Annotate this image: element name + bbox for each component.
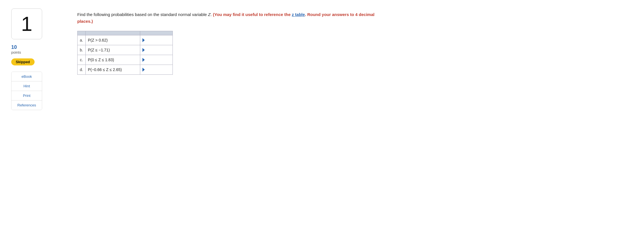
table-row: c. P(0 ≤ Z ≤ 1.83) [78,55,173,65]
row-b-letter: b. [78,45,86,55]
row-d-input[interactable] [146,67,170,72]
table-row: a. P(Z > 0.62) [78,35,173,45]
row-c-letter: c. [78,55,86,65]
triangle-marker-b [142,48,145,52]
table-header-row [78,31,173,35]
row-a-letter: a. [78,35,86,45]
header-col1 [78,31,86,35]
row-d-expression: P(−0.66 ≤ Z ≤ 2.65) [85,65,140,75]
main-content: Find the following probabilities based o… [63,8,461,110]
left-panel: 1 10 points Skipped eBook Hint Print Ref… [11,8,63,110]
row-a-input[interactable] [146,37,170,43]
references-link[interactable]: References [12,101,42,110]
header-col3 [140,31,173,35]
triangle-marker-a [142,38,145,42]
row-a-expression: P(Z > 0.62) [85,35,140,45]
row-b-input[interactable] [146,47,170,53]
row-d-letter: d. [78,65,86,75]
row-a-input-cell [140,35,173,45]
points-label: points [11,50,21,54]
row-b-input-cell [140,45,173,55]
hint-link[interactable]: Hint [12,81,42,91]
points-number: 10 [11,44,21,50]
row-b-expression: P(Z ≤ −1.71) [85,45,140,55]
header-col2 [85,31,140,35]
table-row: d. P(−0.66 ≤ Z ≤ 2.65) [78,65,173,75]
page-layout: 1 10 points Skipped eBook Hint Print Ref… [11,8,461,110]
print-link[interactable]: Print [12,91,42,101]
skipped-badge: Skipped [11,58,35,65]
triangle-marker-c [142,58,145,62]
row-c-input-cell [140,55,173,65]
question-text: Find the following probabilities based o… [77,11,386,25]
table-row: b. P(Z ≤ −1.71) [78,45,173,55]
instruction-intro: . [210,12,213,17]
ebook-link[interactable]: eBook [12,72,42,81]
row-c-input[interactable] [146,57,170,63]
row-d-input-cell [140,65,173,75]
z-table-link[interactable]: z table [292,12,305,17]
row-c-expression: P(0 ≤ Z ≤ 1.83) [85,55,140,65]
question-number-box: 1 [11,8,42,39]
triangle-marker-d [142,68,145,72]
question-number: 1 [21,14,32,34]
probability-table: a. P(Z > 0.62) b. P(Z ≤ −1.71) [77,31,173,75]
sidebar-links: eBook Hint Print References [11,72,42,110]
points-section: 10 points [11,44,21,54]
instruction-prefix: Find the following probabilities based o… [77,12,208,17]
